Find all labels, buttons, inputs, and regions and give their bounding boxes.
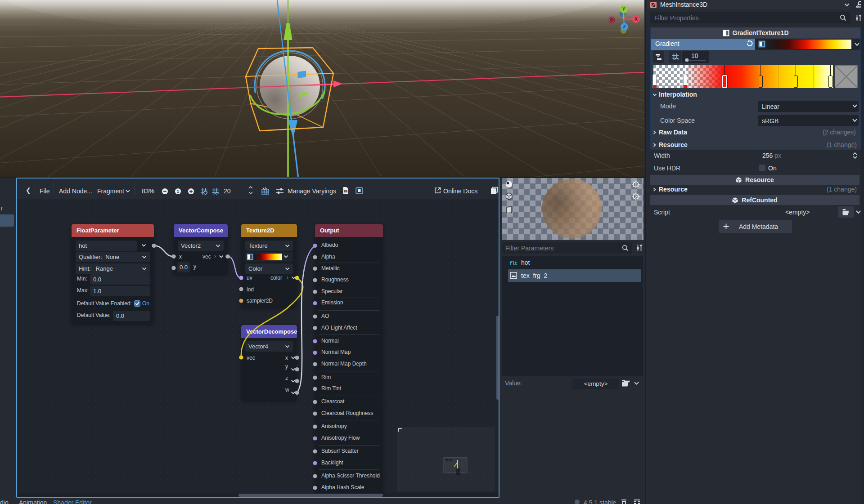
svg-text:flt: flt xyxy=(509,261,518,266)
svg-text:Z: Z xyxy=(623,24,626,29)
svg-text:1: 1 xyxy=(634,182,637,187)
svg-text:Y: Y xyxy=(622,7,626,12)
svg-text:X: X xyxy=(634,17,638,22)
svg-text:2: 2 xyxy=(634,194,637,199)
